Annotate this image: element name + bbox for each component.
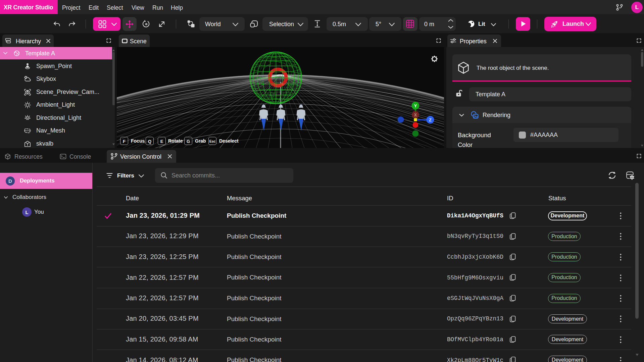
svg-text:Z: Z — [429, 117, 432, 122]
svg-text:X: X — [414, 112, 417, 117]
svg-text:Y: Y — [414, 103, 417, 108]
